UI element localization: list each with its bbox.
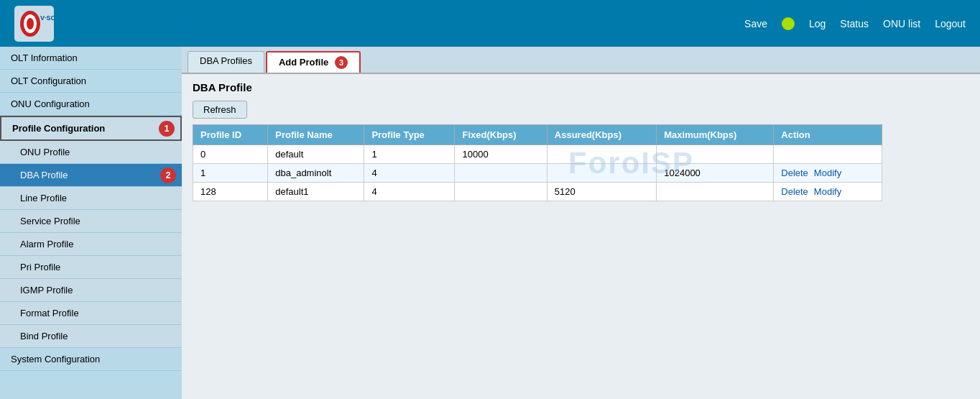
- cell-1: default1: [268, 183, 364, 201]
- cell-4: 5120: [547, 183, 656, 201]
- cell-3: [455, 183, 547, 201]
- sidebar-item-profile-configuration[interactable]: Profile Configuration 1: [0, 116, 182, 141]
- col-profile-id: Profile ID: [193, 125, 268, 145]
- tab-bar: DBA Profiles Add Profile 3: [182, 47, 980, 74]
- dba-profile-table: Profile ID Profile Name Profile Type Fix…: [193, 124, 882, 201]
- col-fixed: Fixed(Kbps): [455, 125, 547, 145]
- header-nav: Save Log Status ONU list Logout: [744, 17, 966, 30]
- cell-action: DeleteModify: [774, 183, 882, 201]
- svg-text:V·SOL: V·SOL: [40, 14, 54, 22]
- log-link[interactable]: Log: [809, 18, 826, 29]
- modify-link[interactable]: Modify: [814, 186, 841, 197]
- modify-link[interactable]: Modify: [814, 168, 841, 178]
- cell-2: 4: [364, 183, 455, 201]
- cell-1: default: [268, 145, 364, 164]
- status-link[interactable]: Status: [840, 18, 869, 29]
- sidebar-item-igmp-profile[interactable]: IGMP Profile: [0, 279, 182, 302]
- cell-5: [657, 145, 774, 164]
- col-maximum: Maximum(Kbps): [657, 125, 774, 145]
- page-content: DBA Profile Refresh Profile ID Profile N…: [182, 74, 980, 208]
- cell-3: [455, 164, 547, 183]
- page-title: DBA Profile: [193, 81, 969, 93]
- cell-2: 1: [364, 145, 455, 164]
- cell-0: 0: [193, 145, 268, 164]
- callout-1: 1: [159, 121, 175, 137]
- logout-link[interactable]: Logout: [935, 18, 966, 29]
- col-profile-name: Profile Name: [268, 125, 364, 145]
- cell-5: 1024000: [657, 164, 774, 183]
- vsol-logo: V·SOL: [14, 6, 54, 42]
- table-header-row: Profile ID Profile Name Profile Type Fix…: [193, 125, 882, 145]
- onu-list-link[interactable]: ONU list: [883, 18, 920, 29]
- sidebar-item-dba-profile[interactable]: DBA Profile 2: [0, 164, 182, 187]
- delete-link[interactable]: Delete: [781, 168, 808, 178]
- tab-add-profile[interactable]: Add Profile 3: [266, 51, 361, 73]
- cell-1: dba_adminolt: [268, 164, 364, 183]
- save-button[interactable]: Save: [744, 18, 767, 29]
- header: V·SOL Save Log Status ONU list Logout: [0, 0, 980, 47]
- sidebar-item-olt-configuration[interactable]: OLT Configuration: [0, 70, 182, 93]
- sidebar-item-service-profile[interactable]: Service Profile: [0, 210, 182, 233]
- tab-badge: 3: [335, 56, 348, 69]
- delete-link[interactable]: Delete: [781, 186, 808, 197]
- status-indicator: [782, 17, 795, 30]
- cell-5: [657, 183, 774, 201]
- col-action: Action: [774, 125, 882, 145]
- sidebar: OLT Information OLT Configuration ONU Co…: [0, 47, 182, 399]
- col-profile-type: Profile Type: [364, 125, 455, 145]
- sidebar-item-system-configuration[interactable]: System Configuration: [0, 348, 182, 371]
- sidebar-item-olt-information[interactable]: OLT Information: [0, 47, 182, 70]
- sidebar-item-pri-profile[interactable]: Pri Profile: [0, 256, 182, 279]
- cell-0: 1: [193, 164, 268, 183]
- cell-0: 128: [193, 183, 268, 201]
- sidebar-item-format-profile[interactable]: Format Profile: [0, 302, 182, 325]
- table-row: 1dba_adminolt41024000DeleteModify: [193, 164, 882, 183]
- table-container: Profile ID Profile Name Profile Type Fix…: [193, 124, 969, 201]
- sidebar-item-alarm-profile[interactable]: Alarm Profile: [0, 233, 182, 256]
- table-row: 128default145120DeleteModify: [193, 183, 882, 201]
- logo-area: V·SOL: [14, 6, 60, 42]
- callout-2: 2: [160, 168, 176, 183]
- cell-action: DeleteModify: [774, 164, 882, 183]
- col-assured: Assured(Kbps): [547, 125, 656, 145]
- cell-4: [547, 164, 656, 183]
- refresh-button[interactable]: Refresh: [193, 101, 247, 119]
- table-row: 0default110000: [193, 145, 882, 164]
- cell-3: 10000: [455, 145, 547, 164]
- cell-2: 4: [364, 164, 455, 183]
- sidebar-item-onu-configuration[interactable]: ONU Configuration: [0, 93, 182, 116]
- cell-action: [774, 145, 882, 164]
- tab-dba-profiles[interactable]: DBA Profiles: [188, 51, 264, 73]
- sidebar-item-line-profile[interactable]: Line Profile: [0, 187, 182, 210]
- svg-point-3: [27, 18, 34, 29]
- sidebar-item-bind-profile[interactable]: Bind Profile: [0, 325, 182, 348]
- main-layout: OLT Information OLT Configuration ONU Co…: [0, 47, 980, 399]
- sidebar-item-onu-profile[interactable]: ONU Profile: [0, 141, 182, 164]
- cell-4: [547, 145, 656, 164]
- content-area: DBA Profiles Add Profile 3 DBA Profile R…: [182, 47, 980, 399]
